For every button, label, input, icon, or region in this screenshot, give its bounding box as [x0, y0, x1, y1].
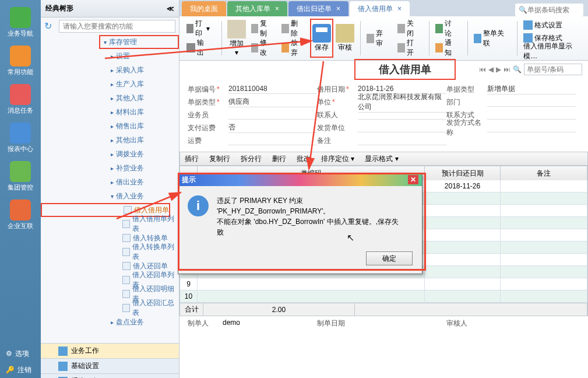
tree-item-borrowin[interactable]: ▾借入业务 — [41, 189, 179, 203]
search-icon: 🔍 — [513, 65, 522, 74]
pencil-icon — [251, 43, 259, 52]
tree-root-inventory[interactable]: ▾库存管理 — [99, 35, 179, 49]
form-area: 单据编号*2018110048 借用日期*2018-11-26 单据类型新增单据… — [179, 78, 588, 152]
tree-search-input[interactable] — [59, 20, 175, 33]
discuss-button[interactable]: 讨论 — [433, 23, 458, 34]
tree-item[interactable]: ▸设置 — [41, 49, 179, 63]
creator-value: demo — [223, 318, 240, 328]
tree-item[interactable]: ▸其他入库 — [41, 91, 179, 105]
tree-item[interactable]: ▸采购入库 — [41, 63, 179, 77]
abandon-button[interactable]: 放弃 — [279, 42, 304, 54]
left-sidebar: 业务导航 常用功能 消息任务 报表中心 集团管控 企业互联 ⚙选项 🔑注销 — [0, 0, 41, 378]
copy-button[interactable]: 复制 — [249, 23, 274, 34]
tab-borrow-in[interactable]: 借入借用单× — [350, 1, 410, 16]
close-icon[interactable]: × — [397, 5, 402, 13]
tab-bar: 我的桌面 其他入库单× 借出归还单× 借入借用单× 🔍 — [179, 0, 588, 16]
bottom-info: 制单人demo 制单日期 审核人 — [179, 316, 588, 331]
error-dialog: 提示 ✕ i 违反了 PRIMARY KEY 约束 'PK_HY_DZ_Borr… — [178, 173, 422, 274]
tree-item[interactable]: ▸借出业务 — [41, 175, 179, 189]
dialog-close-icon[interactable]: ✕ — [408, 175, 418, 184]
col-return-date[interactable]: 预计归还日期 — [425, 166, 501, 180]
value-freight[interactable]: 否 — [228, 123, 317, 133]
save-button[interactable]: 保存 — [310, 19, 334, 58]
next-icon[interactable]: ▶ — [496, 65, 501, 74]
tree-item[interactable]: ▸补货业务 — [41, 161, 179, 175]
toolbar: 打印 ▾ 输出 增加 ▾ 复制 修改 删除 放弃 保存 审核 弃审 关闭 打开 … — [179, 16, 588, 61]
label-freight2: 运费 — [188, 136, 228, 146]
dialog-message: 违反了 PRIMARY KEY 约束 'PK_HY_DZ_BorrowIn_PR… — [217, 195, 413, 237]
nav-search-input[interactable] — [524, 64, 582, 75]
relate-button[interactable]: 整单关联 — [471, 33, 508, 44]
tree-item[interactable]: ▸生产入库 — [41, 77, 179, 91]
dialog-title-bar[interactable]: 提示 ✕ — [178, 173, 422, 186]
undo-icon — [281, 43, 289, 52]
close-icon[interactable]: × — [336, 5, 340, 13]
tab-other-in[interactable]: 其他入库单× — [227, 1, 287, 16]
tab-search[interactable]: 🔍 — [515, 4, 583, 16]
bell-icon — [435, 43, 443, 52]
footer-label: 合计 — [180, 303, 203, 316]
delete-button[interactable]: 删除 — [279, 23, 304, 34]
ok-button[interactable]: 确定 — [366, 251, 413, 265]
modify-button[interactable]: 修改 — [249, 42, 274, 54]
label-shipunit: 发货单位 — [317, 123, 358, 133]
batch-edit[interactable]: 批改 — [297, 154, 311, 164]
add-button[interactable]: 增加 ▾ — [225, 19, 248, 58]
close-icon[interactable]: × — [275, 5, 279, 13]
options-button[interactable]: ⚙选项 — [0, 345, 41, 362]
insert-row[interactable]: 插行 — [185, 154, 199, 164]
print-button[interactable]: 打印 ▾ — [184, 23, 212, 34]
footer-business[interactable]: 业务工作 — [41, 343, 179, 358]
tab-borrow-return[interactable]: 借出归还单× — [288, 1, 348, 16]
tree-sub-item[interactable]: 借入还回汇总表 — [41, 301, 179, 315]
footer-basic[interactable]: 基础设置 — [41, 358, 179, 373]
tree-item[interactable]: ▸销售出库 — [41, 119, 179, 133]
tree-sub-item[interactable]: 借入借用单列表 — [41, 217, 179, 231]
label-memo: 备注 — [317, 136, 358, 146]
tree-item[interactable]: ▸材料出库 — [41, 105, 179, 119]
creator-label: 制单人 — [188, 318, 223, 328]
tree-panel: 经典树形 ≪ ↻ ▾库存管理 ▸设置 ▸采购入库 ▸生产入库 ▸其他入库 ▸材料… — [41, 0, 179, 378]
delete-row[interactable]: 删行 — [272, 154, 286, 164]
display-format[interactable]: 显示格式 ▾ — [365, 154, 398, 164]
format-button[interactable]: 格式设置 — [521, 19, 578, 31]
tree-sub-item[interactable]: 借入转换单列表 — [41, 245, 179, 259]
tab-desktop[interactable]: 我的桌面 — [182, 1, 226, 16]
notify-button[interactable]: 通知 — [433, 42, 458, 54]
output-button[interactable]: 输出 — [184, 42, 212, 54]
value-doctype[interactable]: 供应商 — [228, 97, 317, 107]
tree-item[interactable]: ▸调拨业务 — [41, 147, 179, 161]
nav-enterprise[interactable]: 企业互联 — [3, 197, 38, 232]
nav-common[interactable]: 常用功能 — [3, 43, 38, 78]
nav-business[interactable]: 业务导航 — [3, 5, 38, 40]
template-button[interactable]: 借入借用单显示模… — [521, 46, 578, 57]
value-kind: 新增单据 — [487, 84, 576, 94]
export-icon — [186, 43, 195, 52]
nav-messages[interactable]: 消息任务 — [3, 82, 38, 117]
copy-row[interactable]: 复制行 — [209, 154, 230, 164]
prev-icon[interactable]: ◀ — [488, 65, 494, 74]
nav-group[interactable]: 集团管控 — [3, 159, 38, 194]
last-icon[interactable]: ⏭ — [504, 65, 510, 74]
grid-toolbar: 插行 复制行 拆分行 删行 批改 排序定位 ▾ 显示格式 ▾ — [179, 152, 588, 166]
split-row[interactable]: 拆分行 — [241, 154, 262, 164]
open-button[interactable]: 打开 — [395, 42, 420, 54]
refresh-icon[interactable]: ↻ — [44, 20, 56, 32]
close-button[interactable]: 关闭 — [395, 23, 420, 34]
tree-header: 经典树形 ≪ — [41, 0, 179, 18]
value-unit[interactable]: 北京昆润景和科技发展有限公司 — [358, 92, 446, 113]
tree-close-icon[interactable]: ≪ — [167, 5, 174, 13]
first-icon[interactable]: ⏮ — [479, 65, 486, 74]
tree-item[interactable]: ▸其他出库 — [41, 133, 179, 147]
label-unit: 单位* — [317, 97, 358, 107]
nav-reports[interactable]: 报表中心 — [3, 120, 38, 155]
tree-list: ▾库存管理 ▸设置 ▸采购入库 ▸生产入库 ▸其他入库 ▸材料出库 ▸销售出库 … — [41, 35, 179, 343]
footer-system[interactable]: 系统服务 — [41, 373, 179, 378]
sort-locate[interactable]: 排序定位 ▾ — [321, 154, 354, 164]
logout-button[interactable]: 🔑注销 — [0, 362, 41, 378]
audit-button[interactable]: 审核 — [333, 19, 357, 58]
discard-button[interactable]: 弃审 — [364, 33, 389, 44]
value-docno[interactable]: 2018110048 — [228, 85, 317, 94]
delete-icon — [281, 24, 289, 33]
col-memo[interactable]: 备注 — [501, 166, 587, 180]
